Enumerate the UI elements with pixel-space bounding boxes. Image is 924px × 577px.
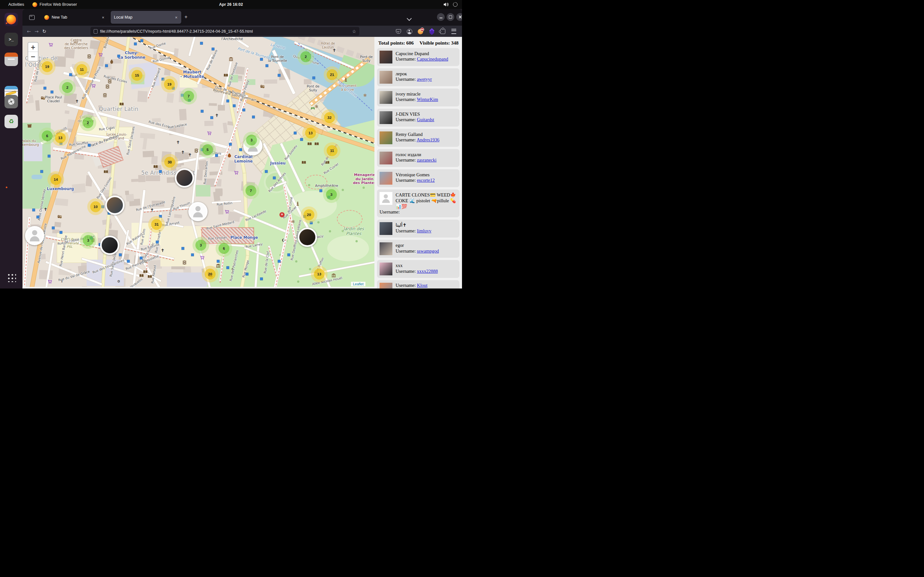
focused-app-indicator[interactable]: Firefox Web Browser	[32, 2, 77, 7]
username-link[interactable]: Andres1936	[417, 137, 439, 142]
firefox-window: New Tab × Local Map × + ← → ↻ file:///ho…	[23, 9, 462, 288]
username-link[interactable]: sswampgod	[417, 248, 439, 253]
marker-cluster[interactable]: 6	[218, 243, 229, 254]
marker-cluster[interactable]: 21	[326, 69, 338, 80]
power-icon[interactable]	[453, 2, 457, 7]
avatar-marker[interactable]	[105, 195, 124, 215]
person-avatar	[380, 222, 393, 235]
map-label: Hôtel de Lauzun	[321, 41, 335, 49]
url-bar[interactable]: file:///home/parallels/CCTV/reports-html…	[90, 27, 359, 35]
marker-cluster[interactable]: 2	[82, 117, 94, 128]
username-link[interactable]: zasranecki	[417, 157, 436, 163]
username-link[interactable]: limluvv	[417, 228, 431, 234]
leaflet-link[interactable]: Leaflet	[353, 282, 363, 286]
volume-icon[interactable]	[443, 2, 449, 7]
username-link[interactable]: Guitardst	[417, 117, 434, 122]
marker-cluster[interactable]: 2	[62, 82, 73, 93]
marker-cluster[interactable]: 15	[132, 70, 142, 81]
dock-terminal[interactable]: >_	[5, 33, 18, 46]
map[interactable]: ✝✝✝✝✝✝✝✝✝✝✝✝✡☪✻✻✻→→→→→→→→→→Quartier de l…	[23, 37, 375, 287]
bookmark-star-icon[interactable]: ☆	[352, 29, 356, 34]
building	[55, 198, 69, 206]
map-label: Palais du Luxembourg	[23, 139, 39, 147]
cctv-point	[227, 100, 229, 102]
entries-list: Capucine DupandUsername: Capucinedupandл…	[375, 48, 462, 288]
forward-button[interactable]: →	[33, 29, 40, 34]
marker-cluster[interactable]: 32	[324, 112, 335, 123]
show-applications-button[interactable]	[5, 271, 18, 284]
clock[interactable]: Apr 26 16:02	[219, 2, 243, 7]
avatar-marker[interactable]	[188, 202, 208, 221]
cctv-point	[217, 260, 220, 263]
marker-cluster[interactable]: 20	[205, 269, 216, 279]
person-avatar	[380, 91, 393, 104]
close-button[interactable]	[456, 13, 462, 21]
username-link[interactable]: escorte12	[417, 177, 435, 183]
red-plus-marker[interactable]	[279, 212, 284, 218]
extensions-button[interactable]	[439, 28, 446, 35]
dock-settings[interactable]	[5, 95, 18, 108]
minimize-button[interactable]	[437, 13, 445, 21]
marker-cluster[interactable]: 10	[90, 201, 101, 212]
username-link[interactable]: Klout	[417, 283, 427, 288]
marker-cluster[interactable]: 13	[305, 127, 316, 139]
marker-cluster[interactable]: 11	[326, 145, 338, 156]
marker-cluster[interactable]: 19	[164, 79, 175, 90]
marker-cluster[interactable]: 3	[246, 135, 257, 145]
marker-cluster[interactable]: 30	[164, 157, 175, 168]
building	[218, 105, 225, 111]
marker-cluster[interactable]: 3	[195, 240, 206, 251]
marker-cluster[interactable]: 2	[300, 51, 311, 62]
adblock-extension-button[interactable]	[417, 28, 423, 35]
marker-cluster[interactable]: 19	[42, 61, 53, 72]
cart-icon	[49, 42, 53, 48]
url-text[interactable]: file:///home/parallels/CCTV/reports-html…	[100, 29, 253, 34]
map-label: Pont de la Tournelle	[268, 55, 287, 63]
username-link[interactable]: xxxx22888	[417, 269, 438, 274]
cctv-point	[102, 206, 104, 208]
purple-extension-button[interactable]	[429, 28, 435, 35]
building	[65, 110, 69, 114]
new-tab-button[interactable]: +	[184, 14, 187, 20]
cctv-point	[52, 227, 55, 229]
username-link[interactable]: awetyyr	[417, 77, 432, 82]
marker-cluster[interactable]: 14	[50, 174, 61, 185]
reload-button[interactable]: ↻	[40, 29, 48, 34]
marker-cluster[interactable]: 7	[246, 185, 256, 196]
marker-cluster[interactable]: 13	[314, 269, 325, 279]
menu-button[interactable]	[451, 28, 457, 35]
username-link[interactable]: Capucinedupand	[417, 56, 448, 61]
marker-cluster[interactable]: 13	[55, 132, 66, 143]
back-button[interactable]: ←	[25, 29, 33, 34]
puzzle-icon	[440, 29, 445, 34]
dock-files[interactable]	[5, 53, 18, 66]
username-link[interactable]: WinturKim	[417, 97, 438, 102]
pocket-button[interactable]	[395, 28, 402, 35]
list-tabs-chevron-icon[interactable]	[407, 16, 412, 21]
marker-cluster[interactable]: 31	[151, 219, 162, 230]
zoom-out-button[interactable]: −	[28, 52, 38, 61]
firefox-view-button[interactable]	[27, 13, 36, 21]
close-tab-icon[interactable]: ×	[174, 15, 178, 20]
tab-local-map[interactable]: Local Map ×	[111, 11, 181, 24]
avatar-marker[interactable]	[175, 168, 194, 187]
dock-firefox[interactable]	[5, 13, 18, 26]
zoom-in-button[interactable]: +	[28, 43, 38, 52]
avatar-marker[interactable]	[298, 227, 317, 247]
dock-trash[interactable]: ♻	[5, 115, 18, 128]
marker-cluster[interactable]: 3	[83, 235, 94, 246]
marker-cluster[interactable]: 5	[202, 144, 213, 155]
marker-cluster[interactable]: 3	[326, 189, 337, 200]
activities-button[interactable]: Activities	[8, 2, 24, 7]
marker-cluster[interactable]: 20	[304, 210, 314, 220]
marker-cluster[interactable]: 6	[42, 131, 53, 141]
close-tab-icon[interactable]: ×	[101, 15, 105, 20]
marker-cluster[interactable]: 11	[76, 64, 87, 75]
account-button[interactable]	[406, 28, 413, 35]
restore-button[interactable]	[447, 13, 454, 21]
cctv-point	[278, 260, 280, 263]
tab-new-tab[interactable]: New Tab ×	[41, 11, 108, 24]
avatar-marker[interactable]	[25, 226, 44, 245]
marker-cluster[interactable]: 7	[183, 91, 194, 102]
avatar-marker[interactable]	[100, 235, 120, 255]
